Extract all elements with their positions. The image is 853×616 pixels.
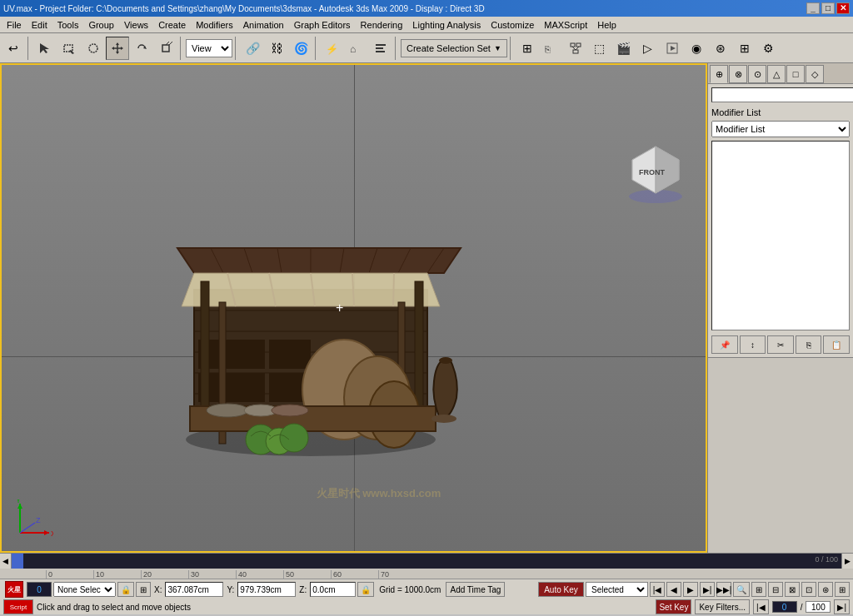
rb4[interactable]: ⊡ — [801, 582, 816, 597]
extra-btn3[interactable]: ⚙ — [757, 37, 781, 60]
menu-lighting[interactable]: Lighting Analysis — [407, 18, 486, 32]
rb5[interactable]: ⊛ — [818, 582, 833, 597]
z-input[interactable] — [310, 582, 356, 597]
mirror-btn[interactable]: ⌂ — [345, 37, 368, 60]
key-filters-btn[interactable]: Key Filters... — [695, 599, 750, 614]
svg-point-68 — [431, 415, 456, 423]
menu-group[interactable]: Group — [83, 18, 119, 32]
material-editor-btn[interactable]: ⬚ — [588, 37, 611, 60]
select-region-btn[interactable] — [57, 37, 81, 60]
y-label: Y: — [225, 585, 236, 594]
auto-key-btn[interactable]: Auto Key — [538, 582, 584, 597]
named-sel-sets[interactable]: ⊞ — [516, 37, 539, 60]
coord-lock-btn[interactable]: 🔒 — [357, 582, 374, 597]
extra-btn1[interactable]: ⊛ — [709, 37, 732, 60]
menu-graph-editors[interactable]: Graph Editors — [289, 18, 356, 32]
go-end-btn[interactable]: ▶▶| — [716, 582, 731, 597]
play-btn[interactable]: ▶ — [683, 582, 698, 597]
rpanel-tab-modify[interactable]: ⊗ — [729, 65, 747, 83]
timeline-track[interactable]: 0 / 100 — [12, 554, 841, 569]
add-time-tag-btn[interactable]: Add Time Tag — [446, 582, 505, 597]
viewport-area[interactable]: Perspective — [0, 63, 707, 553]
render-setup-btn[interactable]: 🎬 — [612, 37, 636, 60]
next-frame-btn[interactable]: ▶| — [700, 582, 715, 597]
menu-modifiers[interactable]: Modifiers — [191, 18, 238, 32]
select-filter-dropdown[interactable]: None Selec — [53, 582, 116, 597]
select-tool[interactable] — [33, 37, 57, 60]
y-input[interactable] — [237, 582, 296, 597]
search-btn[interactable]: 🔍 — [733, 582, 750, 597]
prev-frame-btn[interactable]: ◀ — [666, 582, 681, 597]
menu-help[interactable]: Help — [592, 18, 621, 32]
bottom-row2: Script Click and drag to select and move… — [0, 599, 853, 614]
mod-insert-btn[interactable]: ↕ — [740, 335, 766, 354]
render-btn[interactable]: ▷ — [636, 37, 660, 60]
mod-paste-btn[interactable]: 📋 — [823, 335, 850, 354]
next-key-btn[interactable]: ▶| — [834, 599, 850, 614]
absolute-mode-btn[interactable]: ⊞ — [136, 582, 151, 597]
modifier-dropdown[interactable]: Modifier List — [711, 121, 850, 137]
watermark: 火星时代 www.hxsd.com — [317, 486, 441, 501]
viewport-canvas: FRONT + X Y Z — [2, 65, 706, 551]
menu-animation[interactable]: Animation — [238, 18, 289, 32]
z-label: Z: — [297, 585, 308, 594]
sep6 — [510, 37, 513, 60]
timeline-scroll-right[interactable]: ▶ — [841, 554, 853, 569]
view-dropdown[interactable]: View World Local — [186, 39, 232, 57]
undo-btn[interactable]: ↩ — [2, 37, 25, 60]
mirror2-btn[interactable]: ⎘ — [540, 37, 563, 60]
scale-tool[interactable] — [154, 37, 177, 60]
menu-views[interactable]: Views — [119, 18, 153, 32]
menu-maxscript[interactable]: MAXScript — [539, 18, 592, 32]
rpanel-tab-hierarchy[interactable]: ⊙ — [748, 65, 766, 83]
render-last-btn[interactable] — [661, 37, 684, 60]
menu-file[interactable]: File — [2, 18, 27, 32]
x-input[interactable] — [165, 582, 223, 597]
menu-tools[interactable]: Tools — [52, 18, 84, 32]
rb1[interactable]: ⊞ — [751, 582, 766, 597]
menu-create[interactable]: Create — [153, 18, 191, 32]
active-shade-btn[interactable]: ◉ — [685, 37, 708, 60]
timeline-thumb[interactable] — [12, 554, 23, 569]
set-key-btn[interactable]: Set Key — [656, 599, 691, 614]
select-lock-btn[interactable]: 🔒 — [117, 582, 134, 597]
selected-dropdown[interactable]: Selected — [586, 582, 648, 597]
menu-customize[interactable]: Customize — [486, 18, 539, 32]
prev-key-btn[interactable]: |◀ — [753, 599, 769, 614]
go-start-btn[interactable]: |◀ — [650, 582, 665, 597]
title-bar-controls[interactable]: _ □ ✕ — [806, 2, 850, 14]
mod-pin-btn[interactable]: 📌 — [711, 335, 738, 354]
rb2[interactable]: ⊟ — [768, 582, 783, 597]
menu-edit[interactable]: Edit — [27, 18, 52, 32]
extra-btn2[interactable]: ⊞ — [733, 37, 756, 60]
minimize-btn[interactable]: _ — [806, 2, 820, 14]
rotate-tool[interactable] — [130, 37, 153, 60]
maximize-btn[interactable]: □ — [821, 2, 835, 14]
move-tool[interactable] — [106, 37, 129, 60]
mod-copy-btn[interactable]: ⎘ — [796, 335, 822, 354]
rpanel-tab-motion[interactable]: △ — [767, 65, 786, 83]
rb3[interactable]: ⊠ — [785, 582, 800, 597]
object-color-input[interactable] — [711, 87, 853, 102]
close-btn[interactable]: ✕ — [836, 2, 850, 14]
rpanel-tab-display[interactable]: □ — [786, 65, 805, 83]
bind-space-warp[interactable]: 🌀 — [289, 37, 312, 60]
key-frame-input[interactable] — [772, 601, 797, 613]
rpanel-tab-utilities[interactable]: ◇ — [806, 65, 824, 83]
circular-sel-btn[interactable] — [82, 37, 105, 60]
schematic-view-btn[interactable] — [564, 37, 587, 60]
max-frame-input[interactable] — [806, 601, 831, 613]
mod-cut-btn[interactable]: ✂ — [767, 335, 794, 354]
align-btn[interactable] — [369, 37, 392, 60]
create-selection-set-btn[interactable]: Create Selection Set — [401, 39, 507, 57]
unlink-tool[interactable]: ⛓ — [265, 37, 288, 60]
rpanel-tab-create[interactable]: ⊕ — [710, 65, 728, 83]
color-row — [708, 84, 853, 106]
rb6[interactable]: ⊞ — [835, 582, 850, 597]
timeline-scroll-left[interactable]: ◀ — [0, 554, 12, 569]
menu-rendering[interactable]: Rendering — [356, 18, 408, 32]
link-tool[interactable]: 🔗 — [241, 37, 264, 60]
svg-point-3 — [89, 44, 97, 52]
select-filter-btn[interactable]: ⚡ — [321, 37, 344, 60]
frame-input[interactable] — [27, 582, 52, 597]
